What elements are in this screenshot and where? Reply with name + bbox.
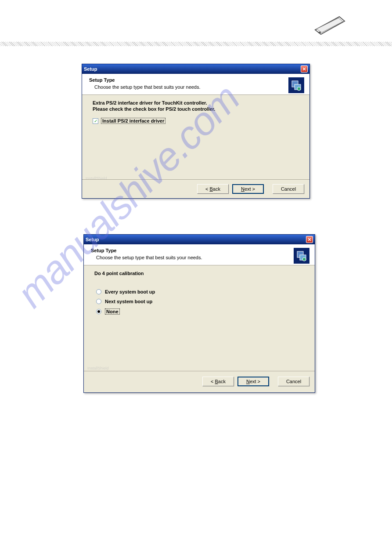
header-subtitle: Choose the setup type that best suits yo… [91, 255, 308, 260]
svg-point-6 [302, 258, 306, 261]
svg-point-3 [297, 87, 301, 91]
next-button[interactable]: Next > [232, 184, 264, 194]
installer-icon [288, 77, 304, 93]
button-separator [82, 179, 309, 180]
header-title: Setup Type [91, 248, 308, 253]
radio-label-every-boot: Every system boot up [105, 289, 155, 294]
installshield-watermark: InstallShield [87, 366, 109, 370]
titlebar-text: Setup [84, 66, 301, 72]
titlebar: Setup [82, 64, 309, 74]
cancel-button[interactable]: Cancel [278, 377, 309, 386]
button-bar: < Back Next > Cancel [197, 184, 304, 194]
svg-point-0 [318, 32, 321, 33]
ps2-checkbox-label: Install PS/2 interface driver [101, 118, 165, 124]
header-panel: Setup Type Choose the setup type that be… [82, 74, 309, 95]
back-button[interactable]: < Back [202, 377, 234, 386]
header-panel: Setup Type Choose the setup type that be… [84, 244, 315, 265]
next-button[interactable]: Next > [237, 377, 269, 386]
content-area: Extra PS/2 interface driver for TouchKit… [82, 95, 309, 129]
checkbox-row[interactable]: ✓ Install PS/2 interface driver [93, 118, 299, 124]
installer-icon [294, 248, 309, 264]
ps2-checkbox[interactable]: ✓ [93, 118, 98, 124]
radio-next-boot[interactable] [96, 299, 101, 304]
radio-every-boot[interactable] [96, 289, 101, 294]
radio-row-every-boot[interactable]: Every system boot up [94, 289, 304, 294]
back-button[interactable]: < Back [197, 184, 229, 194]
radio-row-next-boot[interactable]: Next system boot up [94, 299, 304, 304]
titlebar-text: Setup [86, 237, 306, 242]
desc-line-2: Please check the check box for PS/2 touc… [93, 106, 299, 112]
header-subtitle: Choose the setup type that best suits yo… [89, 84, 302, 90]
setup-dialog-ps2: Setup Setup Type Choose the setup type t… [82, 64, 310, 199]
tablet-svg [309, 13, 348, 37]
radio-label-next-boot: Next system boot up [105, 299, 152, 304]
content-area: Do 4 point calibration Every system boot… [84, 265, 315, 324]
cancel-button[interactable]: Cancel [273, 184, 304, 194]
close-button[interactable] [306, 236, 313, 243]
header-title: Setup Type [89, 77, 302, 83]
radio-label-none: None [105, 308, 120, 315]
button-separator [84, 371, 315, 371]
button-bar: < Back Next > Cancel [202, 377, 309, 386]
calibration-title: Do 4 point calibration [94, 271, 304, 276]
tablet-device-icon [309, 13, 348, 37]
setup-dialog-calibration: Setup Setup Type Choose the setup type t… [83, 234, 315, 393]
radio-row-none[interactable]: None [94, 308, 304, 315]
installshield-watermark: InstallShield [86, 176, 107, 181]
desc-line-1: Extra PS/2 interface driver for TouchKit… [93, 100, 299, 105]
titlebar: Setup [84, 235, 315, 244]
page-header [0, 0, 392, 42]
close-button[interactable] [301, 65, 308, 73]
radio-none[interactable] [96, 309, 101, 314]
divider-pattern [0, 42, 392, 46]
